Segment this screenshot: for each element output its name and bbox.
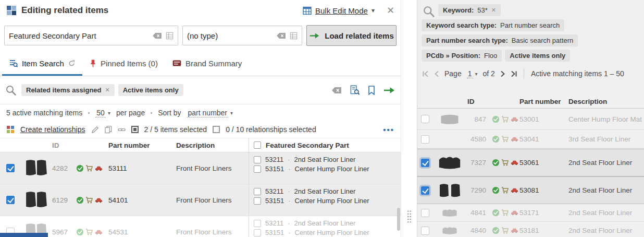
- sort-select[interactable]: part number ▾: [187, 109, 233, 117]
- item-description: Front Floor Liners: [176, 196, 249, 204]
- app-icon: [6, 5, 17, 16]
- row-checkbox[interactable]: [421, 209, 429, 217]
- item-id: 5967: [52, 228, 76, 236]
- close-icon[interactable]: ✕: [387, 6, 394, 15]
- copy-icon[interactable]: [105, 126, 112, 134]
- load-related-items-button[interactable]: Load related items: [306, 25, 397, 46]
- clear-input-icon[interactable]: [152, 32, 162, 39]
- refresh-icon[interactable]: [68, 60, 75, 67]
- table-row[interactable]: 7290 53081 2nd Seat Floor Liner: [417, 176, 644, 204]
- row-checkbox[interactable]: [421, 186, 429, 195]
- page-select[interactable]: 1 ▾: [467, 69, 478, 78]
- more-options-icon[interactable]: •••: [383, 125, 394, 134]
- relationships-selection-indicator[interactable]: [213, 126, 220, 133]
- car-icon: [511, 227, 518, 234]
- caret-down-icon: ▾: [108, 110, 110, 116]
- row-checkbox[interactable]: [421, 159, 429, 167]
- advanced-search-icon[interactable]: [350, 85, 360, 96]
- chip-value: 53*: [477, 6, 488, 14]
- table-row[interactable]: 4841 53171 2nd Seat Floor Liner: [417, 204, 644, 222]
- filter-chip[interactable]: Active items only: [118, 84, 183, 96]
- saved-search-bookmark-icon[interactable]: [368, 86, 375, 95]
- remove-chip-icon[interactable]: ✕: [105, 87, 110, 93]
- previous-page-icon[interactable]: [434, 70, 439, 77]
- chip-label: Active items only: [510, 52, 565, 60]
- first-page-icon[interactable]: [423, 70, 429, 77]
- tab-pinned-items[interactable]: Pinned Items (0): [82, 52, 165, 76]
- filter-chip[interactable]: Part number search type:Basic search pat…: [422, 34, 578, 46]
- bulk-edit-mode-button[interactable]: Bulk Edit Mode ▾: [303, 6, 375, 15]
- cart-icon: [85, 196, 93, 204]
- item-part-number: 53171: [519, 209, 568, 217]
- link-items-icon[interactable]: [118, 126, 126, 134]
- type-picker-icon[interactable]: [290, 32, 298, 40]
- separator-dot: ·: [288, 229, 290, 236]
- tab-item-search[interactable]: Item Search: [2, 52, 82, 76]
- right-search-area[interactable]: Keyword:53*✕Keyword search type:Part num…: [417, 0, 644, 63]
- left-scrollbar-thumb[interactable]: [397, 208, 400, 231]
- last-page-icon[interactable]: [511, 70, 517, 77]
- per-page-label: per page: [116, 109, 145, 117]
- per-page-select[interactable]: 50 ▾: [95, 109, 110, 117]
- table-row[interactable]: 847 53001 Center Hump Floor Mat: [417, 109, 644, 130]
- related-item-checkbox[interactable]: [254, 229, 261, 236]
- related-part-number: 53151: [265, 165, 284, 173]
- related-part-number: 53151: [265, 229, 284, 236]
- row-checkbox[interactable]: [421, 135, 429, 144]
- item-id: 7290: [466, 186, 488, 194]
- edit-pencil-icon[interactable]: [91, 126, 99, 134]
- related-item-checkbox[interactable]: [254, 188, 261, 195]
- related-item-checkbox[interactable]: [254, 220, 261, 227]
- item-part-number: 53001: [519, 115, 568, 123]
- related-item: 53151 · Center Hump Floor Liner: [254, 197, 401, 205]
- tab-brand-summary[interactable]: Brand Summary: [165, 52, 249, 76]
- related-description: Center Hump Floor Liner: [295, 197, 369, 205]
- row-checkbox[interactable]: [421, 115, 429, 123]
- related-item-checkbox[interactable]: [254, 197, 261, 205]
- clear-search-icon[interactable]: [331, 87, 342, 94]
- group-select-checkbox[interactable]: [254, 141, 261, 149]
- related-part-number: 53211: [265, 187, 283, 195]
- column-header-part-number: Part number: [519, 98, 568, 105]
- item-search-bar[interactable]: Related items assigned✕Active items only: [0, 76, 401, 104]
- create-relationships-button[interactable]: Create relationships: [20, 125, 85, 134]
- row-checkbox[interactable]: [6, 164, 15, 172]
- table-row[interactable]: 4282 53111 Front Floor Liners 53211 · 2n…: [0, 152, 401, 184]
- item-type-input[interactable]: (no type): [182, 26, 302, 45]
- table-row[interactable]: 4840 53181 2nd Seat Floor Liner: [417, 222, 644, 237]
- splitter-grip-icon[interactable]: [407, 210, 412, 223]
- item-thumbnail: [433, 226, 466, 235]
- items-selection-indicator[interactable]: [131, 126, 139, 133]
- filter-chip[interactable]: Keyword search type:Part number search: [422, 19, 564, 31]
- table-row[interactable]: 7327 53061 2nd Seat Floor Liner: [417, 149, 644, 176]
- table-row[interactable]: 4580 53041 3rd Seat Floor Liner: [417, 130, 644, 149]
- related-type-input[interactable]: Featured Secondary Part: [4, 26, 178, 45]
- active-status-icon: [492, 209, 500, 217]
- per-page-value: 50: [95, 109, 106, 117]
- results-status-bar: 5 active matching items 50 ▾ per page So…: [0, 104, 401, 121]
- row-checkbox[interactable]: [421, 227, 429, 235]
- related-item-checkbox[interactable]: [254, 156, 261, 163]
- remove-chip-icon[interactable]: ✕: [491, 7, 496, 14]
- next-page-icon[interactable]: [500, 70, 505, 77]
- item-description: 2nd Seat Floor Liner: [568, 209, 644, 217]
- page-value: 1: [467, 69, 473, 78]
- filter-chip[interactable]: Active items only: [505, 50, 570, 62]
- filter-chip[interactable]: Keyword:53*✕: [438, 4, 501, 16]
- panel-splitter[interactable]: [402, 0, 417, 237]
- item-description: Front Floor Liners: [176, 228, 249, 236]
- active-status-icon: [76, 196, 84, 204]
- filter-chip[interactable]: PCdb » Position:Floo: [422, 50, 502, 62]
- active-status-icon: [492, 186, 500, 194]
- run-search-icon[interactable]: [383, 87, 395, 94]
- filter-chip[interactable]: Related items assigned✕: [21, 84, 115, 96]
- car-icon: [95, 228, 103, 236]
- related-item-checkbox[interactable]: [254, 165, 261, 173]
- right-table-body: 847 53001 Center Hump Floor Mat 4580 530…: [417, 109, 644, 237]
- type-picker-icon[interactable]: [166, 32, 174, 40]
- table-row[interactable]: 6129 54101 Front Floor Liners 53211 · 2n…: [0, 184, 401, 216]
- related-part-number: 53211: [265, 156, 283, 163]
- table-row[interactable]: 5967 54531 Front Floor Liners 53211 · 2n…: [0, 216, 401, 237]
- clear-input-icon[interactable]: [276, 32, 286, 39]
- row-checkbox[interactable]: [6, 196, 15, 204]
